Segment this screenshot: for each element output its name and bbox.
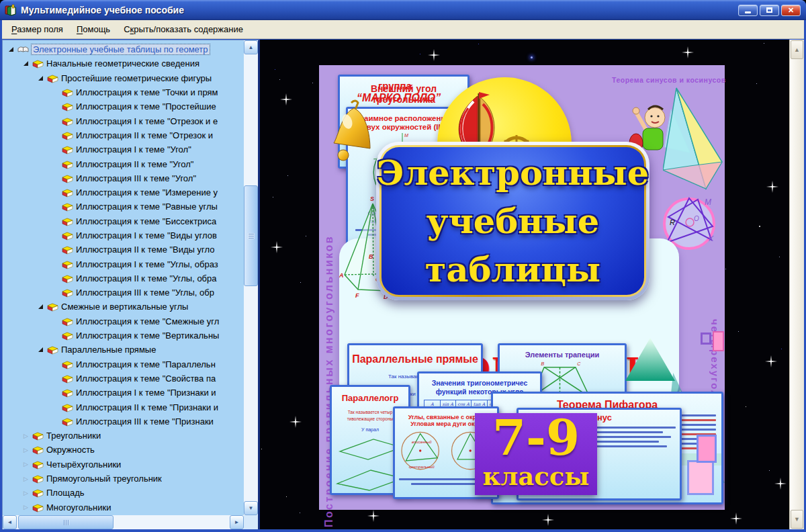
tree-item[interactable]: Иллюстрация III к теме "Признаки: [3, 414, 244, 429]
star: [279, 79, 280, 80]
tree-indent: [51, 360, 60, 369]
star: [725, 269, 726, 269]
tree-item[interactable]: Иллюстрация к теме "Биссектриса: [3, 214, 244, 228]
book-icon: [62, 116, 73, 126]
book-icon: [47, 345, 58, 355]
image-vertical-scrollbar[interactable]: ▲ ▼: [789, 40, 804, 529]
tree-collapsed-icon[interactable]: ▷: [21, 445, 30, 454]
tree-item[interactable]: Иллюстрация к теме "Точки и прям: [3, 85, 244, 99]
main-title-line: учебные: [427, 197, 599, 245]
tree-item[interactable]: Иллюстрация к теме "Свойства па: [3, 371, 244, 386]
sparkle-star: [765, 355, 777, 367]
book-icon: [32, 502, 44, 513]
scroll-up-button[interactable]: ▲: [244, 40, 258, 54]
tree-item[interactable]: Иллюстрация II к теме "Углы, обра: [3, 271, 244, 285]
tree-item-label: Иллюстрация III к теме "Признаки: [76, 416, 214, 427]
tree-item-label: Иллюстрация I к теме "Признаки и: [76, 388, 216, 398]
svg-text:B: B: [541, 362, 545, 367]
tree-item[interactable]: Иллюстрация к теме "Измерение у: [3, 185, 244, 200]
card-title: Элементы трапеции: [500, 351, 625, 359]
tree-indent: [51, 317, 60, 326]
book-icon: [32, 459, 44, 470]
scroll-up-button[interactable]: ▲: [791, 40, 803, 59]
tree-item-label: Иллюстрация к теме "Равные углы: [76, 202, 218, 212]
svg-text:R: R: [670, 218, 675, 226]
menu-item-1[interactable]: Помощь: [70, 21, 117, 37]
scroll-thumb[interactable]: [18, 515, 114, 529]
tree-expanded-icon[interactable]: [36, 345, 45, 354]
tree-collapsed-icon[interactable]: ▷: [21, 503, 30, 512]
star: [287, 175, 288, 176]
scroll-track[interactable]: [17, 515, 230, 529]
tree-item[interactable]: Простейшие геометрические фигуры: [3, 71, 244, 85]
tree-indent: [51, 231, 60, 240]
open-book-icon: [17, 44, 29, 54]
card-title: Параллельные прямые: [349, 353, 481, 365]
tree-item-label: Иллюстрация к теме "Вертикальны: [76, 330, 219, 341]
square-outline-shape: [701, 332, 711, 345]
tree-collapsed-icon[interactable]: ▷: [21, 488, 30, 497]
tree-item[interactable]: Иллюстрация к теме "Параллельн: [3, 357, 244, 371]
tree-item[interactable]: ▷Прямоугольный треугольник: [3, 472, 244, 486]
tree-item[interactable]: Иллюстрация к теме "Простейшие: [3, 99, 244, 114]
tree-item[interactable]: Иллюстрация II к теме "Угол": [3, 157, 244, 171]
tree-expanded-icon[interactable]: [36, 74, 45, 83]
scroll-down-button[interactable]: ▼: [791, 510, 803, 529]
scroll-track[interactable]: [244, 54, 258, 501]
tree-indent: [51, 188, 60, 197]
tree-item[interactable]: ▷Многоугольники: [3, 500, 244, 515]
minimize-button[interactable]: [738, 5, 758, 16]
window-title: Мультимедийное учебное пособие: [21, 5, 738, 15]
tree-indent: [51, 260, 60, 269]
tree-item[interactable]: ▷Окружность: [3, 443, 244, 457]
maximize-button[interactable]: [760, 5, 779, 16]
tree-expanded-icon[interactable]: [7, 45, 15, 54]
tree-item[interactable]: ▷Площадь: [3, 486, 244, 500]
tree-horizontal-scrollbar[interactable]: ◄ ►: [3, 515, 244, 529]
tree-item[interactable]: Электронные учебные таблицы по геометр: [3, 42, 244, 56]
tree-item[interactable]: Иллюстрация I к теме "Виды углов: [3, 228, 244, 242]
tree-collapsed-icon[interactable]: ▷: [21, 474, 30, 483]
tree-collapsed-icon[interactable]: ▷: [21, 460, 30, 469]
tree-expanded-icon[interactable]: [21, 59, 30, 68]
grades-badge: 7-9 классы: [475, 413, 597, 495]
book-icon: [62, 330, 73, 341]
menu-item-2[interactable]: Скрыть/показать содержание: [117, 21, 250, 37]
tree-vertical-scrollbar[interactable]: ▲ ▼: [244, 40, 258, 515]
tree-item-label: Иллюстрация к теме "Свойства па: [76, 373, 216, 384]
tree-item[interactable]: Иллюстрация к теме "Вертикальны: [3, 328, 244, 343]
text-line: [585, 445, 667, 447]
scroll-left-button[interactable]: ◄: [3, 515, 17, 529]
close-button[interactable]: ✕: [781, 5, 801, 16]
tree-item[interactable]: Параллельные прямые: [3, 343, 244, 357]
tree-item[interactable]: Иллюстрация III к теме "Углы, обр: [3, 285, 244, 300]
tree-item-label: Иллюстрация II к теме "Признаки и: [76, 402, 218, 412]
tree-item[interactable]: Иллюстрация III к теме "Угол": [3, 171, 244, 185]
pink-rectangle-shape: [687, 460, 714, 495]
tree-indent: [51, 202, 60, 211]
tree-item[interactable]: Иллюстрация I к теме "Угол": [3, 142, 244, 157]
tree-item[interactable]: Иллюстрация II к теме "Виды угло: [3, 242, 244, 257]
menu-item-0[interactable]: Размер поля: [5, 21, 70, 37]
tree-indent: [51, 102, 60, 111]
book-icon: [62, 230, 73, 240]
svg-text:M: M: [404, 134, 408, 139]
tree-item[interactable]: Иллюстрация I к теме "Углы, образ: [3, 257, 244, 271]
tree-item[interactable]: Иллюстрация II к теме "Отрезок и: [3, 128, 244, 142]
tree-item[interactable]: Иллюстрация I к теме "Отрезок и е: [3, 114, 244, 128]
tree-item[interactable]: Иллюстрация II к теме "Признаки и: [3, 400, 244, 414]
tree-expanded-icon[interactable]: [36, 302, 45, 311]
star: [261, 449, 262, 449]
tree-item[interactable]: Иллюстрация к теме "Смежные угл: [3, 314, 244, 328]
tree-item[interactable]: Смежные и вертикальные углы: [3, 300, 244, 314]
tree-item[interactable]: Иллюстрация I к теме "Признаки и: [3, 386, 244, 400]
tree-item[interactable]: ▷Четырёхугольники: [3, 457, 244, 472]
tree-collapsed-icon[interactable]: ▷: [21, 431, 30, 440]
scroll-right-button[interactable]: ►: [230, 515, 244, 529]
tree-item[interactable]: Иллюстрация к теме "Равные углы: [3, 200, 244, 214]
tree-item[interactable]: ▷Треугольники: [3, 429, 244, 443]
tree-item[interactable]: Начальные геометрические сведения: [3, 56, 244, 71]
scroll-down-button[interactable]: ▼: [244, 501, 258, 515]
scroll-thumb[interactable]: [244, 185, 258, 286]
titlebar[interactable]: Мультимедийное учебное пособие ✕: [0, 0, 806, 20]
